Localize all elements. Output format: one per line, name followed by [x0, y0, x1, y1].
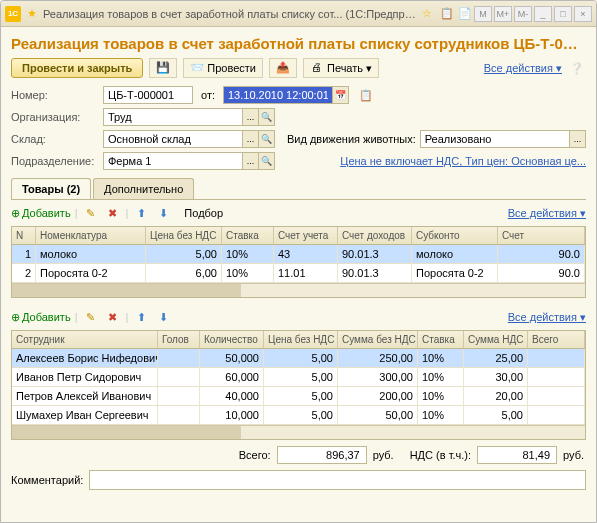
table-row[interactable]: Шумахер Иван Сергеевич10,0005,0050,0010%…: [12, 406, 585, 425]
col-price2[interactable]: Цена без НДС: [264, 331, 338, 348]
m-plus-button[interactable]: M+: [494, 6, 512, 22]
post-and-close-button[interactable]: Провести и закрыть: [11, 58, 143, 78]
dept-label: Подразделение:: [11, 155, 99, 167]
unpost-button[interactable]: 📤: [269, 58, 297, 78]
col-acct2[interactable]: Счет: [498, 227, 585, 244]
emp-down-button[interactable]: ⬇: [154, 308, 172, 326]
comment-field[interactable]: [89, 470, 586, 490]
dept-field[interactable]: [103, 152, 243, 170]
favorite-icon[interactable]: ☆: [422, 7, 436, 21]
calendar-icon[interactable]: 📋: [357, 86, 375, 104]
col-acct[interactable]: Счет учета: [274, 227, 338, 244]
table-row[interactable]: 2Поросята 0-26,0010%11.0190.01.3Поросята…: [12, 264, 585, 283]
warehouse-search-button[interactable]: 🔍: [259, 130, 275, 148]
grid2-all-actions[interactable]: Все действия ▾: [508, 311, 586, 324]
movement-field[interactable]: [420, 130, 570, 148]
add-employee-button[interactable]: ⊕Добавить: [11, 311, 71, 324]
help-icon[interactable]: ❔: [568, 59, 586, 77]
table-row[interactable]: Алексеев Борис Нифедович50,0005,00250,00…: [12, 349, 585, 368]
grid1-toolbar: ⊕Добавить | ✎ ✖ | ⬆ ⬇ Подбор Все действи…: [11, 200, 586, 226]
move-up-button[interactable]: ⬆: [132, 204, 150, 222]
grid1-all-actions[interactable]: Все действия ▾: [508, 207, 586, 220]
tab-goods[interactable]: Товары (2): [11, 178, 91, 199]
grid2-toolbar: ⊕Добавить | ✎ ✖ | ⬆ ⬇ Все действия ▾: [11, 304, 586, 330]
comment-label: Комментарий:: [11, 474, 83, 486]
copy-row-button[interactable]: ✎: [81, 204, 99, 222]
printer-icon: 🖨: [310, 61, 324, 75]
table-row[interactable]: Петров Алексей Иванович40,0005,00200,001…: [12, 387, 585, 406]
org-label: Организация:: [11, 111, 99, 123]
save-button[interactable]: 💾: [149, 58, 177, 78]
tab-additional[interactable]: Дополнительно: [93, 178, 194, 199]
add-row-button[interactable]: ⊕Добавить: [11, 207, 71, 220]
vat-value: 81,49: [477, 446, 557, 464]
total-value: 896,37: [277, 446, 367, 464]
from-label: от:: [201, 89, 215, 101]
col-price[interactable]: Цена без НДС: [146, 227, 222, 244]
delete-row-button[interactable]: ✖: [103, 204, 121, 222]
plus-icon: ⊕: [11, 207, 20, 220]
tab-bar: Товары (2) Дополнительно: [11, 178, 586, 200]
goods-grid: N Номенклатура Цена без НДС Ставка Счет …: [11, 226, 586, 298]
dept-search-button[interactable]: 🔍: [259, 152, 275, 170]
dept-select-button[interactable]: ...: [243, 152, 259, 170]
grid1-scrollbar[interactable]: [12, 283, 585, 297]
org-field[interactable]: [103, 108, 243, 126]
col-head[interactable]: Голов: [158, 331, 200, 348]
m-minus-button[interactable]: M-: [514, 6, 532, 22]
col-n[interactable]: N: [12, 227, 36, 244]
org-search-button[interactable]: 🔍: [259, 108, 275, 126]
maximize-button[interactable]: □: [554, 6, 572, 22]
total-label: Всего:: [239, 449, 271, 461]
delete-emp-button[interactable]: ✖: [103, 308, 121, 326]
rub1: руб.: [373, 449, 394, 461]
col-total[interactable]: Всего: [528, 331, 585, 348]
m-button[interactable]: M: [474, 6, 492, 22]
movement-select-button[interactable]: ...: [570, 130, 586, 148]
col-sum[interactable]: Сумма без НДС: [338, 331, 418, 348]
minimize-button[interactable]: _: [534, 6, 552, 22]
org-select-button[interactable]: ...: [243, 108, 259, 126]
titlebar: 1C ★ Реализация товаров в счет заработно…: [1, 1, 596, 27]
print-button[interactable]: 🖨Печать ▾: [303, 58, 379, 78]
save-icon: 💾: [156, 61, 170, 75]
selection-button[interactable]: Подбор: [184, 207, 223, 219]
price-type-link[interactable]: Цена не включает НДС, Тип цен: Основная …: [340, 155, 586, 167]
warehouse-select-button[interactable]: ...: [243, 130, 259, 148]
table-row[interactable]: 1молоко5,0010%4390.01.3молоко90.0: [12, 245, 585, 264]
col-nom[interactable]: Номенклатура: [36, 227, 146, 244]
move-down-button[interactable]: ⬇: [154, 204, 172, 222]
warehouse-label: Склад:: [11, 133, 99, 145]
close-button[interactable]: ×: [574, 6, 592, 22]
date-picker-button[interactable]: 📅: [333, 86, 349, 104]
title-tool2-icon[interactable]: 📄: [456, 5, 474, 23]
post-label: Провести: [207, 62, 256, 74]
window: 1C ★ Реализация товаров в счет заработно…: [0, 0, 597, 523]
col-vat[interactable]: Сумма НДС: [464, 331, 528, 348]
table-row[interactable]: Иванов Петр Сидорович60,0005,00300,0010%…: [12, 368, 585, 387]
comment-row: Комментарий:: [11, 470, 586, 490]
emp-up-button[interactable]: ⬆: [132, 308, 150, 326]
all-actions-link[interactable]: Все действия ▾: [484, 62, 562, 75]
number-field[interactable]: [103, 86, 193, 104]
col-qty[interactable]: Количество: [200, 331, 264, 348]
date-field[interactable]: [223, 86, 333, 104]
copy-emp-button[interactable]: ✎: [81, 308, 99, 326]
col-emp[interactable]: Сотрудник: [12, 331, 158, 348]
col-rate[interactable]: Ставка: [222, 227, 274, 244]
content: Реализация товаров в счет заработной пла…: [1, 27, 596, 522]
grid2-scrollbar[interactable]: [12, 425, 585, 439]
col-income[interactable]: Счет доходов: [338, 227, 412, 244]
number-label: Номер:: [11, 89, 99, 101]
plus-icon: ⊕: [11, 311, 20, 324]
title-tool-icon[interactable]: 📋: [438, 5, 456, 23]
post-button[interactable]: 📨Провести: [183, 58, 263, 78]
col-rate2[interactable]: Ставка: [418, 331, 464, 348]
star-icon: ★: [27, 7, 41, 21]
rub2: руб.: [563, 449, 584, 461]
warehouse-field[interactable]: [103, 130, 243, 148]
post-icon: 📨: [190, 61, 204, 75]
col-subk[interactable]: Субконто: [412, 227, 498, 244]
main-toolbar: Провести и закрыть 💾 📨Провести 📤 🖨Печать…: [11, 58, 586, 78]
print-label: Печать: [327, 62, 363, 74]
